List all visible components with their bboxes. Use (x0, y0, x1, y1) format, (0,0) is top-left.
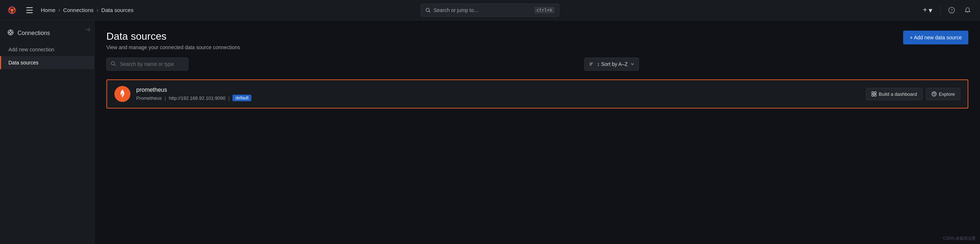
dashboard-icon (872, 92, 877, 97)
notifications-button[interactable] (961, 4, 974, 17)
svg-rect-23 (874, 94, 876, 96)
explore-button[interactable]: Explore (926, 88, 960, 100)
ds-meta-sep-2: | (228, 95, 229, 101)
breadcrumb-home[interactable]: Home (41, 7, 56, 13)
global-search-bar[interactable]: Search or jump to... ctrl+k (421, 4, 559, 17)
help-button[interactable]: ? (945, 4, 958, 17)
sort-dropdown[interactable]: ↕ Sort by A–Z (584, 57, 639, 71)
add-menu-button[interactable]: + ▾ (919, 4, 936, 17)
breadcrumb-sep-2: › (97, 7, 99, 13)
sidebar-section-connections: Connections (0, 26, 94, 40)
svg-rect-21 (874, 92, 876, 93)
datasource-icon (115, 86, 130, 102)
datasource-meta: Prometheus | http://192.168.92.101:9090 … (136, 95, 251, 101)
help-icon: ? (948, 7, 955, 13)
svg-point-2 (9, 8, 11, 10)
datasource-default-badge: default (232, 95, 251, 101)
sidebar-collapse-button[interactable]: ⊣ (85, 26, 90, 33)
datasource-list: prometheus Prometheus | http://192.168.9… (107, 79, 968, 109)
table-row[interactable]: prometheus Prometheus | http://192.168.9… (107, 79, 968, 109)
build-dashboard-label: Build a dashboard (879, 92, 917, 97)
svg-rect-20 (872, 92, 873, 93)
datasource-search-input[interactable] (107, 57, 188, 71)
sidebar-item-add-connection[interactable]: Add new connection (0, 43, 94, 56)
add-data-source-button[interactable]: + Add new data source (903, 30, 968, 44)
sort-chevron-icon (631, 62, 634, 66)
datasource-type: Prometheus (136, 95, 162, 101)
top-navbar: Home › Connections › Data sources Search… (0, 0, 980, 21)
search-shortcut: ctrl+k (535, 7, 554, 13)
breadcrumb-connections[interactable]: Connections (63, 7, 93, 13)
breadcrumb-sep-1: › (58, 7, 60, 13)
svg-point-3 (13, 8, 15, 10)
breadcrumb-current: Data sources (101, 7, 133, 13)
nav-center: Search or jump to... ctrl+k (421, 4, 559, 17)
page-subtitle: View and manage your connected data sour… (107, 44, 240, 50)
page-title: Data sources (107, 30, 240, 42)
datasource-details: prometheus Prometheus | http://192.168.9… (136, 87, 251, 101)
connections-section-label: Connections (18, 30, 50, 36)
sort-label: ↕ Sort by A–Z (597, 61, 628, 67)
explore-icon (932, 92, 937, 97)
datasource-actions: Build a dashboard Explore (866, 88, 960, 100)
svg-point-4 (11, 12, 13, 13)
svg-point-24 (932, 92, 936, 96)
add-chevron-icon: ▾ (929, 6, 932, 14)
svg-point-10 (10, 31, 12, 33)
search-placeholder-text: Search or jump to... (434, 7, 531, 13)
page-header-text: Data sources View and manage your connec… (107, 30, 240, 50)
sidebar: ⊣ Connections Add new connection Data so… (0, 21, 95, 244)
breadcrumb: Home › Connections › Data sources (41, 7, 133, 13)
grafana-logo[interactable] (6, 4, 18, 16)
nav-divider-1 (940, 6, 941, 14)
add-plus-icon: + (923, 6, 927, 14)
connections-icon (7, 29, 14, 37)
hamburger-menu-button[interactable] (24, 5, 35, 15)
notifications-icon (964, 7, 971, 13)
nav-left: Home › Connections › Data sources (6, 4, 133, 16)
svg-rect-22 (872, 94, 873, 96)
svg-text:?: ? (950, 8, 953, 13)
sort-icon (589, 62, 594, 67)
search-row: ↕ Sort by A–Z (107, 57, 968, 71)
search-icon (426, 8, 431, 13)
datasource-name: prometheus (136, 87, 251, 93)
datasource-url: http://192.168.92.101:9090 (169, 95, 225, 101)
svg-line-6 (429, 11, 431, 13)
main-layout: ⊣ Connections Add new connection Data so… (0, 21, 980, 244)
datasource-info: prometheus Prometheus | http://192.168.9… (115, 86, 251, 102)
content-header: Data sources View and manage your connec… (107, 30, 968, 50)
nav-right: + ▾ ? (919, 4, 974, 17)
datasource-search-wrapper (107, 57, 580, 71)
sidebar-item-data-sources[interactable]: Data sources (0, 56, 94, 69)
svg-point-1 (11, 9, 13, 12)
ds-meta-sep-1: | (165, 95, 166, 101)
main-content: Data sources View and manage your connec… (95, 21, 980, 244)
build-dashboard-button[interactable]: Build a dashboard (866, 88, 923, 100)
watermark: CSDN @暮雨沈墨 (943, 236, 976, 241)
explore-label: Explore (939, 92, 955, 97)
prometheus-flame-icon (118, 89, 127, 99)
